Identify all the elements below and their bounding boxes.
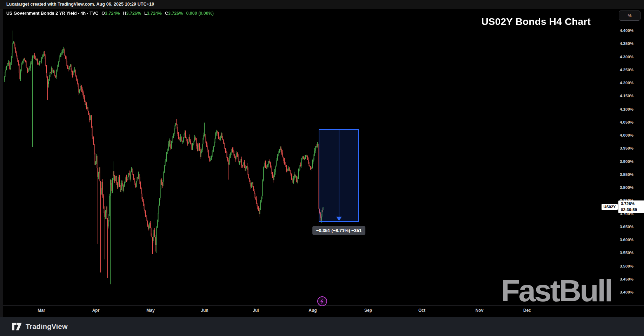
- x-axis-label: Jun: [201, 308, 208, 313]
- legend-change: 0.000 (0.00%): [186, 11, 214, 16]
- symbol-legend[interactable]: US Government Bonds 2 YR Yield · 4h · TV…: [6, 11, 214, 16]
- time-axis[interactable]: MarAprMayJunJulAugSepOctNovDec: [3, 306, 644, 317]
- y-axis-label: 4.350%: [620, 41, 642, 46]
- measurement-arrow: [339, 130, 339, 218]
- lightning-icon: [317, 296, 327, 307]
- legend-open: O3.724%: [101, 11, 120, 16]
- attribution-text: Lucatarget created with TradingView.com,…: [6, 2, 154, 7]
- y-axis-label: 3.850%: [620, 172, 642, 177]
- y-axis-label: 3.900%: [620, 159, 642, 164]
- measurement-drawing[interactable]: [319, 129, 359, 222]
- symbol-price-tag: US02Y: [602, 204, 618, 210]
- y-axis-label: 3.400%: [620, 289, 642, 295]
- tradingview-logo[interactable]: TradingView: [12, 322, 68, 331]
- tradingview-mark-icon: [12, 322, 22, 331]
- y-axis-label: 4.400%: [620, 28, 642, 33]
- x-axis-label: May: [146, 308, 154, 313]
- tradingview-chart-page: Lucatarget created with TradingView.com,…: [0, 0, 644, 336]
- y-axis-label: 4.100%: [620, 106, 642, 112]
- y-axis-label: 4.150%: [620, 93, 642, 99]
- measurement-label: −0.351 (−8.71%) −351: [312, 226, 366, 235]
- y-axis-label: 3.950%: [620, 145, 642, 151]
- fastbull-watermark: FastBull: [501, 275, 612, 306]
- x-axis-label: Sep: [364, 308, 372, 313]
- bar-countdown: 02:30:59: [621, 207, 644, 213]
- last-price-tag: 3.726% 02:30:59: [618, 200, 644, 213]
- symbol-title: US Government Bonds 2 YR Yield · 4h · TV…: [6, 11, 98, 16]
- legend-high: H3.726%: [123, 11, 141, 16]
- measurement-arrowhead-icon: [336, 217, 342, 221]
- y-axis-label: 3.450%: [620, 276, 642, 282]
- current-price-line: [3, 207, 602, 207]
- percent-scale-button[interactable]: %: [619, 11, 640, 21]
- legend-close: C3.726%: [165, 11, 183, 16]
- y-axis-label: 4.250%: [620, 67, 642, 73]
- brand-bar: TradingView: [0, 317, 644, 336]
- y-axis-label: 3.600%: [620, 237, 642, 243]
- tradingview-brand-text: TradingView: [26, 323, 68, 331]
- y-axis-label: 4.050%: [620, 119, 642, 125]
- x-axis-label: Mar: [38, 308, 45, 313]
- x-axis-label: Oct: [418, 308, 425, 313]
- x-axis-label: Aug: [308, 308, 317, 313]
- x-axis-label: Nov: [476, 308, 484, 313]
- legend-low: L3.724%: [144, 11, 162, 16]
- lightning-event-marker[interactable]: [317, 296, 327, 307]
- y-axis-label: 4.000%: [620, 132, 642, 138]
- chart-panel: US Government Bonds 2 YR Yield · 4h · TV…: [3, 9, 644, 317]
- candlestick-canvas[interactable]: [3, 9, 616, 305]
- y-axis-label: 3.650%: [620, 224, 642, 230]
- x-axis-label: Apr: [92, 308, 100, 313]
- y-axis-label: 3.550%: [620, 250, 642, 256]
- y-axis-label: 4.300%: [620, 54, 642, 60]
- last-price-value: 3.726%: [621, 201, 644, 207]
- x-axis-label: Dec: [523, 308, 531, 313]
- x-axis-label: Jul: [253, 308, 259, 313]
- attribution-bar: Lucatarget created with TradingView.com,…: [0, 0, 644, 9]
- y-axis-label: 4.200%: [620, 80, 642, 86]
- y-axis-label: 3.800%: [620, 185, 642, 190]
- y-axis-label: 3.500%: [620, 263, 642, 269]
- page-title: US02Y Bonds H4 Chart: [481, 16, 591, 27]
- price-axis[interactable]: 4.400%4.350%4.300%4.250%4.200%4.150%4.10…: [616, 9, 644, 305]
